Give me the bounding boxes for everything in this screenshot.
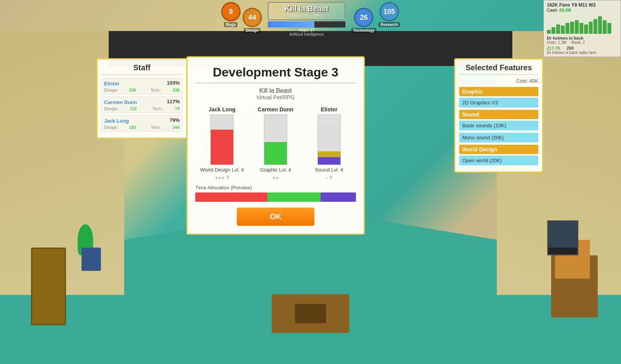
staff-pct: 103% xyxy=(167,80,180,86)
technology-indicator: 26 Technology xyxy=(351,8,376,33)
staff-name: Jack Long xyxy=(104,118,129,124)
hud-progress-label: Artificial Intelligence xyxy=(290,32,324,36)
staff-name: Elister xyxy=(104,81,120,87)
staff-pct: 117% xyxy=(167,99,180,104)
tv-screen xyxy=(548,222,577,248)
bugs-circle: 9 xyxy=(221,2,241,21)
ok-button[interactable]: OK xyxy=(237,208,314,226)
research-indicator: 105 Research xyxy=(378,2,400,27)
contributor-col: Elister Sound Lvl. 4 - ? xyxy=(306,106,352,181)
features-panel-title: Selected Features xyxy=(459,63,538,75)
hud-game-title: Kill la Beast xyxy=(276,4,337,13)
feature-category: World Design xyxy=(459,145,538,154)
contrib-level: Graphic Lvl. 4 xyxy=(260,167,291,173)
units-label: Units: xyxy=(547,40,557,45)
design-indicator: 44 Design xyxy=(243,8,262,33)
contrib-level: World Design Lvl. 4 xyxy=(200,167,244,173)
product-stats-row: 217,7K 268 xyxy=(547,46,618,50)
time-segment xyxy=(195,192,267,202)
development-dialog: Development Stage 3 Kill la Beast Virtua… xyxy=(186,56,365,235)
staff-design-label: Design: xyxy=(104,88,118,92)
contrib-score: +++ ? xyxy=(215,175,229,181)
product-name-sub: Dr holmes is back sales fans xyxy=(547,50,618,55)
computer-terminal xyxy=(82,248,101,271)
staff-tech-label: Tech.: xyxy=(151,125,162,130)
staff-entry: Jack Long 79% Design: 183 Tech.: 344 xyxy=(101,115,182,132)
contrib-bar-fill xyxy=(318,157,340,165)
hud-hype-label: Hype 37 xyxy=(298,28,314,32)
features-panel: Selected Features Cost: 40K Graphic2D Gr… xyxy=(454,58,543,173)
design-label: Design xyxy=(244,28,260,33)
hud-title-box: Kill la Beast Virtual Pet / RPG xyxy=(268,2,345,20)
hud-progress-bar xyxy=(268,21,345,28)
staff-panel: Staff Elister 103% Design: 336 Tech.: 33… xyxy=(96,58,187,139)
contributor-col: Carmen Dunn Graphic Lvl. 4 ++ xyxy=(252,106,299,181)
contrib-name: Carmen Dunn xyxy=(258,106,293,113)
technology-count: 26 xyxy=(360,14,368,22)
contrib-name: Jack Long xyxy=(208,106,235,113)
product-val2: 268 xyxy=(566,46,573,50)
staff-list: Elister 103% Design: 336 Tech.: 338 Carm… xyxy=(101,78,182,132)
technology-circle: 26 xyxy=(354,8,373,27)
contrib-bar-container xyxy=(317,114,341,165)
staff-design-label: Design: xyxy=(104,106,118,111)
desk-item xyxy=(295,304,326,323)
feature-category: Graphic xyxy=(459,87,538,96)
staff-design-val: 183 xyxy=(129,125,136,130)
research-circle: 105 xyxy=(380,2,399,21)
feature-item[interactable]: Mono sound (20K) xyxy=(459,133,538,142)
feature-category: Sound xyxy=(459,110,538,119)
contrib-bar-top xyxy=(318,124,340,151)
contrib-bar-container xyxy=(210,114,234,165)
product-val1: 217,7K xyxy=(547,46,560,50)
time-segment xyxy=(267,192,321,202)
dialog-title: Development Stage 3 xyxy=(195,65,356,83)
dialog-game-genre: Virtual Pet/RPG xyxy=(195,94,356,101)
contrib-bar-top xyxy=(264,115,287,142)
bugs-count: 9 xyxy=(229,8,233,16)
rank-value: 2 xyxy=(583,40,585,45)
feature-item[interactable]: Open world (20K) xyxy=(459,156,538,165)
bugs-label: Bugs xyxy=(224,22,238,27)
staff-design-val: 231 xyxy=(130,106,137,111)
desk-bottom xyxy=(272,294,349,333)
research-count: 105 xyxy=(383,8,395,16)
staff-tech-val: 338 xyxy=(173,88,180,92)
feature-item[interactable]: Basic sounds (10K) xyxy=(459,121,538,130)
hud-center: Kill la Beast Virtual Pet / RPG Hype 37 … xyxy=(268,2,345,36)
contrib-score: - ? xyxy=(326,175,332,181)
staff-panel-title: Staff xyxy=(101,63,182,75)
hud-progress-fill xyxy=(268,21,314,28)
contrib-bar-top xyxy=(211,115,233,130)
contrib-bar-container xyxy=(264,114,287,165)
time-bar xyxy=(195,192,356,202)
staff-name: Carmen Dunn xyxy=(104,99,137,105)
feature-item[interactable]: 2D Graphics V3 xyxy=(459,98,538,107)
tv-right xyxy=(547,220,578,255)
dialog-game-name: Kill la Beast xyxy=(195,87,356,94)
staff-design-label: Design: xyxy=(104,125,118,130)
staff-tech-val: 73 xyxy=(175,106,180,111)
contrib-score: ++ xyxy=(272,175,279,181)
contrib-name: Elister xyxy=(321,106,338,113)
staff-tech-val: 344 xyxy=(173,125,180,130)
door-left xyxy=(31,248,66,325)
contrib-bar-fill xyxy=(211,130,233,165)
staff-entry: Carmen Dunn 117% Design: 231 Tech.: 73 xyxy=(101,97,182,113)
features-cost: Cost: 40K xyxy=(459,78,538,84)
features-list: Graphic2D Graphics V3SoundBasic sounds (… xyxy=(459,87,538,165)
contrib-bar-fill xyxy=(264,142,287,165)
contrib-level: Sound Lvl. 4 xyxy=(315,167,343,173)
technology-label: Technology xyxy=(351,28,376,33)
staff-entry: Elister 103% Design: 336 Tech.: 338 xyxy=(101,78,182,94)
design-count: 44 xyxy=(248,14,256,22)
units-value: 1,3M xyxy=(558,40,566,45)
yellow-bar xyxy=(318,151,340,157)
staff-pct: 79% xyxy=(170,117,180,123)
contributor-col: Jack Long World Design Lvl. 4 +++ ? xyxy=(199,106,245,181)
contribution-row: Jack Long World Design Lvl. 4 +++ ? Carm… xyxy=(195,106,356,181)
product-info: Units: 1,3M Rank: 2 xyxy=(547,40,618,45)
staff-tech-label: Tech.: xyxy=(152,106,163,111)
time-segment xyxy=(321,192,356,202)
top-hud: 9 Bugs 44 Design Kill la Beast Virtual P… xyxy=(0,0,621,35)
